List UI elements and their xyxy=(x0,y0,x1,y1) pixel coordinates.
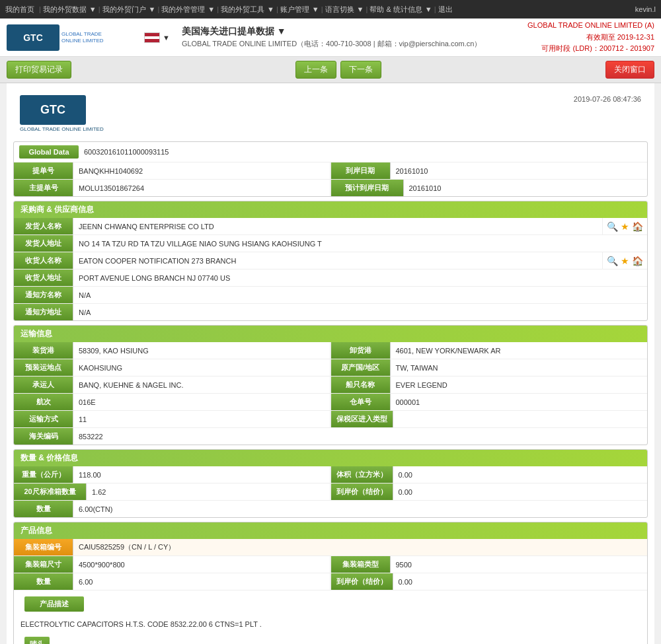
container20-label: 20尺标准箱数量 xyxy=(14,483,87,500)
consignee-name-label: 收货人名称 xyxy=(14,252,73,269)
title-area: 美国海关进口提单数据 ▼ GLOBAL TRADE ONLINE LIMITED… xyxy=(175,26,527,49)
transport-row: 运输方式 11 保税区进入类型 xyxy=(14,411,647,428)
discharge-port-label: 卸货港 xyxy=(331,342,391,359)
product-desc-value: ELECTROLYTIC CAPACITORS H.T.S. CODE 8532… xyxy=(14,618,647,631)
master-bill-row: 主提单号 MOLU13501867264 预计到岸日期 20161010 xyxy=(14,180,647,196)
quantity-section: 数量 & 价格信息 重量（公斤） 118.00 体积（立方米） 0.00 20尺… xyxy=(13,449,648,518)
consignee-home-icon[interactable]: 🏠 xyxy=(632,256,643,266)
container20-value: 1.62 xyxy=(87,483,330,500)
shipper-home-icon[interactable]: 🏠 xyxy=(632,221,643,232)
prev-button[interactable]: 上一条 xyxy=(295,61,336,79)
notify-addr-label: 通知方地址 xyxy=(14,304,73,320)
shipper-name-actions: 🔍 ★ 🏠 xyxy=(603,218,647,234)
origin-value: TW, TAIWAN xyxy=(391,359,648,376)
preload-value: KAOHSIUNG xyxy=(73,359,330,376)
shipper-addr-row: 发货人地址 NO 14 TA TZU RD TA TZU VILLAGE NIA… xyxy=(14,235,647,252)
page-header: GTC GLOBAL TRADEONLINE LIMITED ▼ 美国海关进口提… xyxy=(0,18,661,57)
nav-tools[interactable]: 我的外贸工具 xyxy=(221,5,264,15)
origin-label: 原产国/地区 xyxy=(331,359,391,376)
consignee-addr-value: PORT AVENUE LONG BRANCH NJ 07740 US xyxy=(73,269,647,286)
consignee-addr-row: 收货人地址 PORT AVENUE LONG BRANCH NJ 07740 U… xyxy=(14,269,647,287)
shipper-name-row: 发货人名称 JEENN CHWANQ ENTERPRISE CO LTD 🔍 ★… xyxy=(14,218,647,235)
shipper-search-icon[interactable]: 🔍 xyxy=(607,221,618,232)
arrival-date-value: 20161010 xyxy=(391,162,648,179)
container-size-label: 集装箱尺寸 xyxy=(14,556,73,573)
logo-area: GTC GLOBAL TRADEONLINE LIMITED xyxy=(7,24,139,51)
arrival-price-value: 0.00 xyxy=(393,483,648,500)
mark-section: 唛头 xyxy=(14,631,647,644)
nav-home[interactable]: 我的首页 xyxy=(5,5,34,15)
volume-label: 体积（立方米） xyxy=(331,466,393,483)
vessel-label: 船只名称 xyxy=(331,376,391,393)
product-header: 产品信息 xyxy=(14,522,647,539)
qty-label: 数量 xyxy=(14,501,73,517)
container20-row: 20尺标准箱数量 1.62 到岸价（结价） 0.00 xyxy=(14,483,647,501)
bonded-label: 保税区进入类型 xyxy=(331,411,393,427)
global-data-value: 600320161011000093115 xyxy=(84,148,169,156)
warehouse-label: 仓单号 xyxy=(331,394,391,410)
mark-label: 唛头 xyxy=(24,637,50,644)
notify-name-label: 通知方名称 xyxy=(14,287,73,303)
container-size-value: 4500*900*800 xyxy=(73,556,330,573)
ldr-info: 可用时段 (LDR)：200712 - 201907 xyxy=(527,43,654,55)
product-qty-value: 6.00 xyxy=(73,573,330,590)
product-qty-row: 数量 6.00 到岸价（结价） 0.00 xyxy=(14,573,647,590)
top-toolbar: 打印贸易记录 上一条 下一条 关闭窗口 xyxy=(0,57,661,83)
preload-label: 预装运地点 xyxy=(14,359,73,376)
bill-no-label: 提单号 xyxy=(14,162,73,179)
container-no-value: CAIU5825259（CN / L / CY） xyxy=(73,539,647,555)
voyage-value: 016E xyxy=(73,394,330,410)
container-size-row: 集装箱尺寸 4500*900*800 集装箱类型 9500 xyxy=(14,556,647,573)
container-no-label: 集装箱编号 xyxy=(14,539,73,555)
container-no-row: 集装箱编号 CAIU5825259（CN / L / CY） xyxy=(14,539,647,556)
product-desc-section: 产品描述 xyxy=(14,590,647,618)
page-subtitle: GLOBAL TRADE ONLINE LIMITED（电话：400-710-3… xyxy=(182,39,527,49)
logo-text: GTC xyxy=(23,32,43,43)
est-arrival-value: 20161010 xyxy=(404,180,648,196)
close-button[interactable]: 关闭窗口 xyxy=(605,61,654,79)
discharge-port-value: 4601, NEW YORK/NEWARK AR xyxy=(391,342,648,359)
loading-port-label: 装货港 xyxy=(14,342,73,359)
nav-account[interactable]: 账户管理 xyxy=(280,5,309,15)
voyage-label: 航次 xyxy=(14,394,73,410)
carrier-row: 承运人 BANQ, KUEHNE & NAGEL INC. 船只名称 EVER … xyxy=(14,376,647,394)
nav-logout[interactable]: 退出 xyxy=(438,5,453,15)
customs-value: 853222 xyxy=(73,428,647,445)
shipper-star-icon[interactable]: ★ xyxy=(621,221,629,232)
top-navigation: 我的首页 | 我的外贸数据▼ | 我的外贸门户▼ | 我的外管管理▼ | 我的外… xyxy=(0,0,661,18)
nav-mgmt[interactable]: 我的外管管理 xyxy=(161,5,205,15)
print-button[interactable]: 打印贸易记录 xyxy=(7,61,71,79)
notify-name-value: N/A xyxy=(73,287,647,303)
master-bill-value: MOLU13501867264 xyxy=(73,180,330,196)
port-row: 装货港 58309, KAO HSIUNG 卸货港 4601, NEW YORK… xyxy=(14,342,647,359)
doc-header: GTC GLOBAL TRADE ONLINE LIMITED 2019-07-… xyxy=(13,90,648,137)
arrival-date-label: 到岸日期 xyxy=(331,162,391,179)
global-data-section: Global Data 600320161011000093115 提单号 BA… xyxy=(13,141,648,197)
account-username: kevin.l xyxy=(635,5,656,13)
doc-logo: GTC GLOBAL TRADE ONLINE LIMITED xyxy=(20,95,104,132)
weight-value: 118.00 xyxy=(73,466,330,483)
nav-help[interactable]: 帮助 & 统计信息 xyxy=(369,5,422,15)
transport-value: 11 xyxy=(73,411,330,427)
est-arrival-label: 预计到岸日期 xyxy=(331,180,404,196)
nav-portal[interactable]: 我的外贸门户 xyxy=(102,5,146,15)
nav-language[interactable]: 语言切换 xyxy=(325,5,354,15)
valid-to: 有效期至 2019-12-31 xyxy=(527,32,654,44)
global-data-label: Global Data xyxy=(19,145,79,159)
arrival-price-label: 到岸价（结价） xyxy=(331,483,393,500)
account-company: GLOBAL TRADE ONLINE LIMITED (A) xyxy=(527,20,654,32)
quantity-header: 数量 & 价格信息 xyxy=(14,450,647,466)
nav-data[interactable]: 我的外贸数据 xyxy=(43,5,87,15)
buyer-seller-header: 采购商 & 供应商信息 xyxy=(14,201,647,218)
carrier-value: BANQ, KUEHNE & NAGEL INC. xyxy=(73,376,330,393)
us-flag xyxy=(144,32,160,43)
consignee-name-value: EATON COOPER NOTIFICATION 273 BRANCH xyxy=(73,252,603,269)
consignee-search-icon[interactable]: 🔍 xyxy=(607,256,618,266)
customs-label: 海关编码 xyxy=(14,428,73,445)
product-qty-label: 数量 xyxy=(14,573,73,590)
volume-value: 0.00 xyxy=(393,466,648,483)
consignee-star-icon[interactable]: ★ xyxy=(621,256,629,266)
next-button[interactable]: 下一条 xyxy=(340,61,381,79)
global-data-row: Global Data 600320161011000093115 xyxy=(14,142,647,162)
notify-name-row: 通知方名称 N/A xyxy=(14,287,647,304)
